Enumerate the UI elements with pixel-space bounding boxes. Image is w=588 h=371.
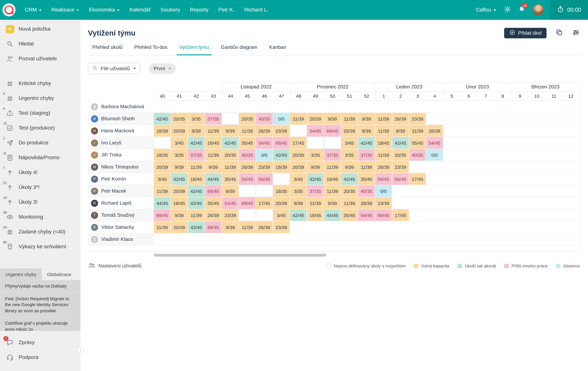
- scrollbar-thumb[interactable]: [154, 254, 326, 257]
- utilization-cell[interactable]: 3/45: [273, 209, 290, 221]
- sidebar-item[interactable]: 33Monitoring: [0, 210, 81, 224]
- utilization-cell[interactable]: 20/39: [273, 197, 290, 209]
- utilization-cell[interactable]: 20/39: [290, 161, 307, 173]
- notification-item[interactable]: Příjmy/výdaje vazba na Doklady: [0, 280, 81, 293]
- utilization-cell[interactable]: 26/39: [256, 125, 273, 137]
- utilization-cell[interactable]: 18/39: [273, 161, 290, 173]
- utilization-cell[interactable]: 40/35: [239, 149, 256, 161]
- sidebar-item[interactable]: Hledat: [0, 37, 81, 51]
- user-row-name[interactable]: RRichard Lapiš: [88, 197, 154, 209]
- utilization-cell[interactable]: 26/39: [205, 209, 222, 221]
- utilization-cell[interactable]: 69/45: [324, 125, 341, 137]
- sidebar-item[interactable]: 18Úkoly 3!: [0, 195, 81, 210]
- utilization-cell[interactable]: 11/39: [409, 125, 426, 137]
- sidebar-tab[interactable]: Globalizace: [42, 268, 77, 280]
- utilization-cell[interactable]: 42/45: [392, 137, 409, 149]
- utilization-cell[interactable]: 11/39: [324, 161, 341, 173]
- utilization-cell[interactable]: 42/45: [154, 113, 171, 125]
- utilization-cell[interactable]: 3/35: [290, 185, 307, 197]
- utilization-cell[interactable]: 11/39: [154, 221, 171, 233]
- utilization-cell[interactable]: 11/39: [290, 113, 307, 125]
- utilization-cell[interactable]: [256, 185, 273, 197]
- utilization-cell[interactable]: 20/39: [154, 161, 171, 173]
- utilization-cell[interactable]: [273, 173, 290, 185]
- utilization-cell[interactable]: 35/45: [341, 209, 358, 221]
- utilization-cell[interactable]: 23/39: [222, 209, 239, 221]
- add-task-button[interactable]: Přidat úkol: [504, 28, 546, 38]
- view-tab[interactable]: Ganttův diagram: [221, 44, 257, 55]
- utilization-cell[interactable]: 40/35: [256, 113, 273, 125]
- utilization-cell[interactable]: [324, 137, 341, 149]
- sidebar-item[interactable]: 21Úkoly 3*!: [0, 180, 81, 195]
- utilization-cell[interactable]: 3/45: [171, 137, 188, 149]
- utilization-cell[interactable]: 3/35: [171, 149, 188, 161]
- settings-button[interactable]: [500, 0, 515, 20]
- utilization-cell[interactable]: [222, 113, 239, 125]
- workspace-switcher[interactable]: Caflou: [472, 0, 500, 20]
- sidebar-collapse-button[interactable]: ‹: [77, 347, 84, 354]
- utilization-cell[interactable]: 20/39: [171, 125, 188, 137]
- utilization-cell[interactable]: 9/39: [358, 113, 375, 125]
- utilization-cell[interactable]: 37/35: [324, 149, 341, 161]
- user-avatar[interactable]: [533, 4, 544, 15]
- utilization-cell[interactable]: 9/39: [205, 161, 222, 173]
- utilization-cell[interactable]: 3/35: [307, 149, 324, 161]
- utilization-cell[interactable]: 11/39: [222, 161, 239, 173]
- utilization-cell[interactable]: 26/39: [426, 125, 443, 137]
- utilization-cell[interactable]: 9/39: [171, 209, 188, 221]
- utilization-cell[interactable]: 11/39: [341, 197, 358, 209]
- utilization-cell[interactable]: 20/39: [171, 185, 188, 197]
- sidebar-item[interactable]: 24Zadané chyby (<40): [0, 224, 81, 239]
- sidebar-item[interactable]: 60Výkazy ke schválení: [0, 239, 81, 254]
- user-row-name[interactable]: IIvo Laryš: [88, 137, 154, 149]
- utilization-cell[interactable]: 20/35: [290, 149, 307, 161]
- utilization-cell[interactable]: 9/39: [324, 197, 341, 209]
- utilization-cell[interactable]: 11/39: [375, 149, 392, 161]
- utilization-cell[interactable]: 69/45: [273, 137, 290, 149]
- utilization-cell[interactable]: 26/39: [375, 161, 392, 173]
- view-tab[interactable]: Přehled úkolů: [92, 44, 123, 55]
- sidebar-item[interactable]: Pozvat uživatele: [0, 51, 81, 66]
- utilization-cell[interactable]: 37/35: [307, 185, 324, 197]
- user-row-name[interactable]: PPetr Macek: [88, 185, 154, 197]
- utilization-cell[interactable]: 0/0: [426, 149, 443, 161]
- sidebar-item[interactable]: Podpora: [0, 350, 81, 365]
- sidebar-item[interactable]: 4Test (staging): [0, 106, 81, 120]
- utilization-cell[interactable]: 42/45: [341, 173, 358, 185]
- utilization-cell[interactable]: 18/45: [324, 173, 341, 185]
- utilization-cell[interactable]: 69/45: [205, 221, 222, 233]
- utilization-cell[interactable]: 35/45: [205, 197, 222, 209]
- utilization-cell[interactable]: 18/45: [188, 173, 205, 185]
- user-row-name[interactable]: Barbora Machalová: [88, 101, 154, 113]
- utilization-cell[interactable]: 20/35: [239, 113, 256, 125]
- utilization-cell[interactable]: 9/39: [222, 185, 239, 197]
- utilization-cell[interactable]: 3/35: [188, 113, 205, 125]
- utilization-cell[interactable]: 3/45: [154, 173, 171, 185]
- utilization-cell[interactable]: 42/45: [273, 149, 290, 161]
- utilization-cell[interactable]: 18/35: [273, 185, 290, 197]
- notification-item[interactable]: Cashflow graf v projektu ukazuje první m…: [0, 317, 81, 331]
- utilization-cell[interactable]: 9/39: [358, 125, 375, 137]
- utilization-cell[interactable]: 35/45: [358, 173, 375, 185]
- utilization-cell[interactable]: 11/39: [375, 113, 392, 125]
- utilization-cell[interactable]: 42/45: [358, 137, 375, 149]
- utilization-cell[interactable]: 18/35: [154, 149, 171, 161]
- sidebar-item[interactable]: Kritické chyby: [0, 76, 81, 91]
- notification-item[interactable]: Fwd: [Action Required] Migrate to the ne…: [0, 293, 81, 317]
- utilization-cell[interactable]: 11/39: [154, 185, 171, 197]
- utilization-cell[interactable]: 18/39: [154, 125, 171, 137]
- nav-item[interactable]: Petr K.: [213, 0, 239, 20]
- utilization-cell[interactable]: 42/45: [222, 137, 239, 149]
- utilization-cell[interactable]: [154, 137, 171, 149]
- close-icon[interactable]: ×: [168, 66, 171, 71]
- utilization-cell[interactable]: 37/35: [188, 149, 205, 161]
- utilization-cell[interactable]: 54/45: [256, 137, 273, 149]
- utilization-cell[interactable]: 40/35: [358, 185, 375, 197]
- utilization-cell[interactable]: 26/39: [239, 161, 256, 173]
- utilization-cell[interactable]: 17/45: [392, 209, 409, 221]
- utilization-cell[interactable]: 11/39: [324, 185, 341, 197]
- sidebar-item[interactable]: 11Nápověda/Promo: [0, 150, 81, 165]
- user-settings-link[interactable]: Nastavení uživatelů: [88, 261, 142, 270]
- utilization-cell[interactable]: 9/39: [222, 221, 239, 233]
- utilization-cell[interactable]: 9/39: [171, 161, 188, 173]
